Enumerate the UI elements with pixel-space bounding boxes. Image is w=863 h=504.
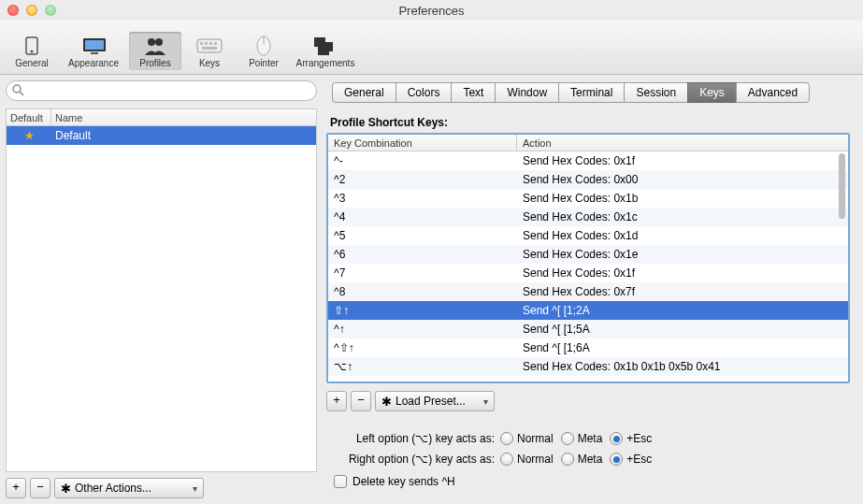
key-combo: ^↑ <box>328 323 517 336</box>
titlebar: Preferences <box>0 0 863 21</box>
radio-icon <box>500 453 513 466</box>
keys-row[interactable]: ^6Send Hex Codes: 0x1e <box>328 245 848 264</box>
key-action: Send Hex Codes: 0x7f <box>517 285 848 298</box>
radio-text: Meta <box>578 453 603 466</box>
key-action: Send Hex Codes: 0x1b <box>517 192 848 205</box>
key-combo: ⇧↑ <box>328 304 517 317</box>
keys-table-header: Key Combination Action <box>328 135 848 151</box>
key-combo: ^3 <box>328 192 517 205</box>
profile-list-header: Default Name <box>7 109 316 126</box>
tab-window[interactable]: Window <box>495 82 559 103</box>
left-option-label: Left option (⌥) key acts as: <box>326 432 500 445</box>
radio-text: Normal <box>517 453 554 466</box>
radio-icon <box>561 453 574 466</box>
left-option-esc[interactable]: +Esc <box>610 432 652 445</box>
toolbar-item-appearance[interactable]: Appearance <box>60 32 127 70</box>
scrollbar-thumb[interactable] <box>839 153 845 219</box>
key-combo: ^5 <box>328 229 517 242</box>
keys-row[interactable]: ^⇧↑Send ^[ [1;6A <box>328 338 848 357</box>
keys-row[interactable]: ⇧↑Send ^[ [1;2A <box>328 301 848 320</box>
keys-row[interactable]: ^7Send Hex Codes: 0x1f <box>328 264 848 282</box>
arrangements-icon <box>312 36 338 56</box>
keys-row[interactable]: ^4Send Hex Codes: 0x1c <box>328 208 848 226</box>
keys-row[interactable]: ^5Send Hex Codes: 0x1d <box>328 226 848 245</box>
svg-point-18 <box>13 85 21 93</box>
load-preset-label: Load Preset... <box>396 395 466 408</box>
tab-terminal[interactable]: Terminal <box>558 82 625 103</box>
svg-rect-4 <box>91 52 98 54</box>
keys-row[interactable]: ^-Send Hex Codes: 0x1f <box>328 151 848 170</box>
toolbar-item-pointer[interactable]: Pointer <box>237 32 290 70</box>
right-option-esc[interactable]: +Esc <box>610 453 652 466</box>
toolbar-label: General <box>15 58 49 68</box>
keys-row[interactable]: ⌥↑Send Hex Codes: 0x1b 0x1b 0x5b 0x41 <box>328 357 848 376</box>
right-option-normal[interactable]: Normal <box>500 453 554 466</box>
left-option-meta[interactable]: Meta <box>561 432 603 445</box>
keys-row[interactable]: ^8Send Hex Codes: 0x7f <box>328 282 848 301</box>
profile-list[interactable]: Default Name ★Default <box>6 108 317 472</box>
keys-row[interactable]: ^2Send Hex Codes: 0x00 <box>328 170 848 189</box>
key-combo: ⌥↑ <box>328 360 517 373</box>
add-profile-button[interactable]: + <box>6 478 26 498</box>
left-option-normal[interactable]: Normal <box>500 432 554 445</box>
profile-col-name[interactable]: Name <box>51 109 316 125</box>
profiles-icon <box>142 36 168 56</box>
radio-text: +Esc <box>626 432 652 445</box>
svg-rect-3 <box>85 40 104 50</box>
keys-icon <box>196 36 223 56</box>
key-action: Send Hex Codes: 0x1d <box>517 229 848 242</box>
profile-search-input[interactable] <box>6 80 317 101</box>
svg-rect-11 <box>214 42 217 45</box>
key-action: Send Hex Codes: 0x1f <box>517 266 848 280</box>
tab-session[interactable]: Session <box>624 82 688 103</box>
toolbar-label: Appearance <box>68 58 119 68</box>
svg-point-6 <box>155 38 163 46</box>
toolbar-item-arrangements[interactable]: Arrangements <box>292 32 359 70</box>
appearance-icon <box>80 36 107 56</box>
remove-key-button[interactable]: − <box>351 391 371 411</box>
key-action: Send Hex Codes: 0x1e <box>517 248 848 261</box>
key-action: Send Hex Codes: 0x00 <box>517 173 848 186</box>
radio-icon <box>610 453 623 466</box>
delete-sends-ctrl-h-checkbox[interactable] <box>334 475 347 488</box>
add-key-button[interactable]: + <box>326 391 347 411</box>
col-key-combination[interactable]: Key Combination <box>328 135 517 151</box>
key-combo: ^4 <box>328 210 517 223</box>
svg-rect-7 <box>197 39 222 52</box>
key-action: Send Hex Codes: 0x1b 0x1b 0x5b 0x41 <box>517 360 848 373</box>
remove-profile-button[interactable]: − <box>30 478 50 498</box>
toolbar-item-keys[interactable]: Keys <box>183 32 236 70</box>
other-actions-label: Other Actions... <box>75 482 151 495</box>
shortcut-keys-table[interactable]: Key Combination Action ^-Send Hex Codes:… <box>326 133 850 383</box>
radio-text: Meta <box>578 432 603 445</box>
key-combo: ^6 <box>328 248 517 261</box>
profiles-sidebar: Default Name ★Default + − ✱ Other Action… <box>0 75 323 504</box>
load-preset-dropdown[interactable]: ✱ Load Preset... ▾ <box>375 391 495 411</box>
tab-general[interactable]: General <box>332 82 396 103</box>
toolbar-item-general[interactable]: General <box>6 32 58 70</box>
keys-row[interactable]: ^↑Send ^[ [1;5A <box>328 320 848 338</box>
svg-point-5 <box>148 38 155 46</box>
profile-row[interactable]: ★Default <box>7 126 316 145</box>
profile-col-default[interactable]: Default <box>7 109 51 125</box>
right-option-meta[interactable]: Meta <box>561 453 603 466</box>
section-title: Profile Shortcut Keys: <box>330 116 850 129</box>
key-action: Send Hex Codes: 0x1f <box>517 154 848 167</box>
svg-rect-8 <box>200 42 203 45</box>
keys-row[interactable]: ^3Send Hex Codes: 0x1b <box>328 189 848 208</box>
delete-sends-ctrl-h-label: Delete key sends ^H <box>352 475 455 488</box>
col-action[interactable]: Action <box>517 135 848 151</box>
toolbar-item-profiles[interactable]: Profiles <box>129 32 181 70</box>
window-title: Preferences <box>0 4 863 18</box>
key-action: Send ^[ [1;5A <box>517 323 848 336</box>
tab-colors[interactable]: Colors <box>396 82 453 103</box>
key-combo: ^- <box>328 154 517 167</box>
tab-text[interactable]: Text <box>451 82 496 103</box>
gear-icon: ✱ <box>61 482 71 496</box>
toolbar: GeneralAppearanceProfilesKeysPointerArra… <box>0 21 863 75</box>
option-key-settings: Left option (⌥) key acts as: NormalMeta+… <box>326 428 850 488</box>
other-actions-dropdown[interactable]: ✱ Other Actions... ▾ <box>54 478 204 498</box>
tab-advanced[interactable]: Advanced <box>736 82 810 103</box>
tab-keys[interactable]: Keys <box>687 82 737 103</box>
radio-text: +Esc <box>626 453 652 466</box>
